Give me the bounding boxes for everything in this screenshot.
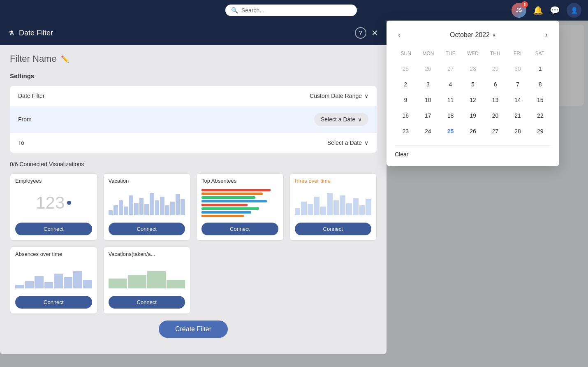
- viz-card-absentees-preview: [197, 186, 283, 219]
- date-filter-modal: ⚗ Date Filter ? ✕ Filter Name ✏️ Setting…: [0, 21, 387, 354]
- modal-header: ⚗ Date Filter ? ✕: [0, 21, 387, 45]
- cal-day[interactable]: 15: [533, 93, 548, 107]
- viz-card-grid: Employees 123 Connect Vacation: [10, 173, 377, 241]
- cal-day-today[interactable]: 25: [443, 124, 458, 139]
- cal-day[interactable]: 10: [421, 93, 435, 107]
- viz-card-absences: Absences over time Connect: [10, 246, 97, 314]
- absences-connect-button[interactable]: Connect: [15, 296, 92, 309]
- cal-day[interactable]: 18: [443, 108, 458, 123]
- to-date-picker[interactable]: Select a Date ∨: [327, 139, 368, 146]
- cal-day[interactable]: 6: [488, 77, 503, 92]
- search-icon: 🔍: [231, 7, 238, 14]
- cal-day[interactable]: 22: [533, 108, 548, 123]
- cal-day[interactable]: 1: [533, 61, 548, 76]
- cal-day[interactable]: 25: [398, 61, 413, 76]
- calendar-next-button[interactable]: ›: [542, 29, 551, 41]
- create-filter-button[interactable]: Create Filter: [159, 321, 228, 338]
- calendar-dropdown-icon: ∨: [492, 32, 496, 38]
- vacations-ta-mini-chart: [109, 264, 185, 288]
- absentees-connect-button[interactable]: Connect: [201, 223, 278, 235]
- weekday-wed: WED: [462, 49, 484, 58]
- hires-connect-button[interactable]: Connect: [295, 223, 372, 235]
- date-filter-label: Date Filter: [18, 93, 310, 99]
- viz-card-employees-preview: 123: [10, 186, 97, 219]
- edit-icon[interactable]: ✏️: [61, 55, 69, 63]
- from-chevron-icon: ∨: [358, 116, 362, 123]
- weekday-fri: FRI: [506, 49, 528, 58]
- cal-day[interactable]: 28: [465, 61, 480, 76]
- cal-day[interactable]: 20: [488, 108, 503, 123]
- viz-card-vacation: Vacation Connect: [103, 173, 191, 241]
- cal-day[interactable]: 29: [488, 61, 503, 76]
- cal-day[interactable]: 17: [421, 108, 435, 123]
- search-input[interactable]: [241, 7, 351, 14]
- calendar-month-year[interactable]: October 2022 ∨: [450, 31, 496, 39]
- cal-day[interactable]: 5: [465, 77, 480, 92]
- calendar-prev-button[interactable]: ‹: [395, 29, 404, 41]
- from-date-picker[interactable]: Select a Date ∨: [314, 113, 368, 126]
- vacation-connect-button[interactable]: Connect: [109, 223, 185, 235]
- cal-day[interactable]: 8: [533, 77, 548, 92]
- cal-day[interactable]: 14: [510, 93, 525, 107]
- cal-day[interactable]: 26: [421, 61, 435, 76]
- cal-day[interactable]: 7: [510, 77, 525, 92]
- viz-card-hires-preview: [290, 186, 377, 219]
- cal-day[interactable]: 27: [443, 61, 458, 76]
- cal-day[interactable]: 21: [510, 108, 525, 123]
- close-button[interactable]: ✕: [371, 28, 378, 38]
- cal-day[interactable]: 11: [443, 93, 458, 107]
- viz-card-employees-title: Employees: [10, 174, 97, 186]
- avatar[interactable]: JS 5: [512, 3, 526, 18]
- cal-day[interactable]: 30: [510, 61, 525, 76]
- cal-day[interactable]: 9: [398, 93, 413, 107]
- message-icon[interactable]: 💬: [550, 5, 560, 15]
- cal-day[interactable]: 29: [533, 124, 548, 139]
- notification-badge: 5: [521, 1, 528, 8]
- cal-day[interactable]: 27: [488, 124, 503, 139]
- viz-card-vacation-footer: Connect: [104, 219, 190, 240]
- weekday-thu: THU: [484, 49, 506, 58]
- filter-name-row: Filter Name ✏️: [10, 53, 377, 64]
- date-filter-row: Date Filter Custom Date Range ∨: [10, 86, 377, 106]
- weekday-sun: SUN: [395, 49, 417, 58]
- to-chevron-icon: ∨: [364, 139, 368, 146]
- cal-day[interactable]: 24: [421, 124, 435, 139]
- weekday-sat: SAT: [529, 49, 551, 58]
- viz-card-employees-footer: Connect: [10, 219, 97, 240]
- viz-card-hires: Hires over time: [289, 173, 377, 241]
- from-row: From Select a Date ∨: [10, 106, 377, 133]
- modal-title: Date Filter: [19, 29, 350, 37]
- filter-icon: ⚗: [8, 29, 14, 37]
- chevron-down-icon: ∨: [364, 93, 368, 99]
- cal-day[interactable]: 16: [398, 108, 413, 123]
- weekday-tue: TUE: [440, 49, 462, 58]
- weekday-mon: MON: [417, 49, 439, 58]
- calendar-clear-button[interactable]: Clear: [395, 151, 408, 158]
- help-button[interactable]: ?: [355, 27, 366, 39]
- cal-day[interactable]: 26: [465, 124, 480, 139]
- calendar-weekdays: SUN MON TUE WED THU FRI SAT: [395, 49, 551, 58]
- viz-card-vacation-title: Vacation: [104, 174, 190, 186]
- viz-card-vacations-ta: Vacations(taken/a... Connect: [103, 246, 191, 314]
- viz-card-employees: Employees 123 Connect: [10, 173, 97, 241]
- user-avatar[interactable]: 👤: [567, 3, 581, 18]
- cal-day[interactable]: 19: [465, 108, 480, 123]
- cal-day[interactable]: 13: [488, 93, 503, 107]
- viz-card-hires-footer: Connect: [290, 219, 377, 240]
- calendar-month-year-text: October 2022: [450, 31, 490, 39]
- cal-day[interactable]: 4: [443, 77, 458, 92]
- settings-section: Date Filter Custom Date Range ∨ From Sel…: [10, 86, 377, 153]
- viz-card-absentees-title: Top Absentees: [197, 174, 283, 186]
- cal-day[interactable]: 2: [398, 77, 413, 92]
- viz-card-vacations-ta-preview: [104, 260, 190, 293]
- cal-day[interactable]: 12: [465, 93, 480, 107]
- search-bar[interactable]: 🔍: [225, 5, 357, 16]
- cal-day[interactable]: 28: [510, 124, 525, 139]
- cal-day[interactable]: 3: [421, 77, 435, 92]
- employees-connect-button[interactable]: Connect: [15, 223, 92, 235]
- cal-day[interactable]: 23: [398, 124, 413, 139]
- notification-bell-icon[interactable]: 🔔: [533, 5, 543, 15]
- vacations-ta-connect-button[interactable]: Connect: [109, 296, 185, 309]
- date-filter-value-wrapper[interactable]: Custom Date Range ∨: [310, 93, 368, 99]
- from-label: From: [18, 116, 314, 123]
